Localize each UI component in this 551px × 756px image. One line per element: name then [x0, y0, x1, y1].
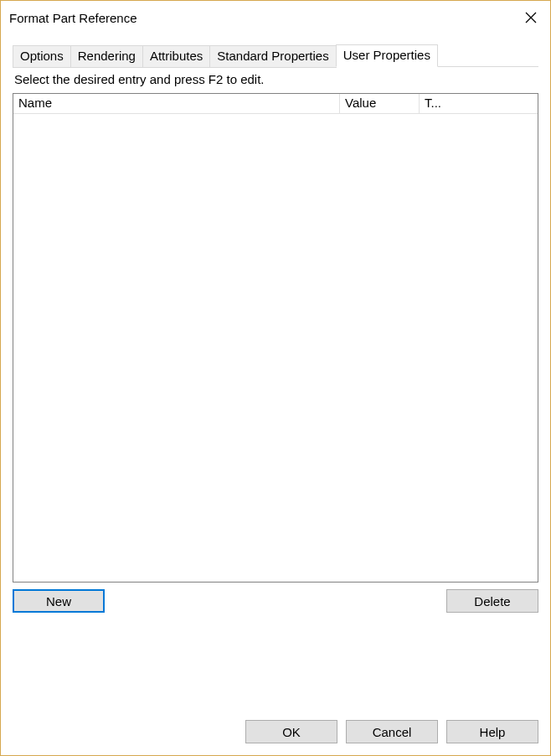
- close-icon: [525, 12, 537, 23]
- table-header: Name Value T...: [13, 94, 538, 114]
- spacer: [105, 589, 446, 613]
- tab-user-properties[interactable]: User Properties: [336, 44, 438, 67]
- tab-attributes[interactable]: Attributes: [142, 45, 210, 68]
- delete-button[interactable]: Delete: [446, 589, 538, 613]
- properties-table[interactable]: Name Value T...: [13, 93, 538, 583]
- help-button[interactable]: Help: [446, 720, 538, 743]
- tab-rendering[interactable]: Rendering: [70, 45, 143, 68]
- tab-bar: Options Rendering Attributes Standard Pr…: [13, 44, 538, 67]
- column-header-name[interactable]: Name: [13, 94, 340, 114]
- window-title: Format Part Reference: [9, 11, 137, 25]
- ok-button[interactable]: OK: [245, 720, 337, 743]
- action-row: New Delete: [13, 589, 538, 613]
- column-header-type[interactable]: T...: [420, 94, 538, 114]
- new-button[interactable]: New: [13, 589, 105, 613]
- dialog-content: Options Rendering Attributes Standard Pr…: [1, 34, 550, 712]
- cancel-button[interactable]: Cancel: [346, 720, 438, 743]
- close-button[interactable]: [512, 1, 550, 34]
- instructions-label: Select the desired entry and press F2 to…: [13, 66, 538, 93]
- tab-standard-properties[interactable]: Standard Properties: [209, 45, 336, 68]
- tab-options[interactable]: Options: [13, 45, 71, 68]
- dialog-footer: OK Cancel Help: [1, 712, 550, 755]
- titlebar: Format Part Reference: [1, 1, 550, 34]
- column-header-value[interactable]: Value: [340, 94, 420, 114]
